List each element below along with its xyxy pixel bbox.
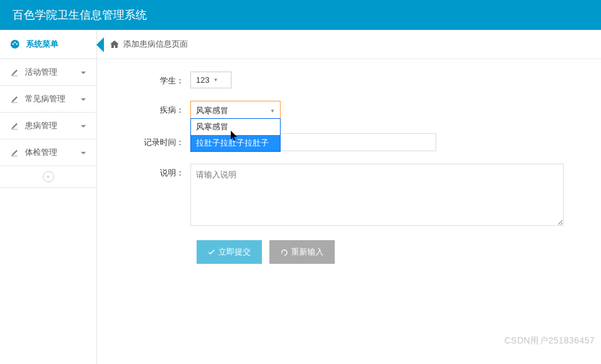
sidebar-menu-header[interactable]: 系统菜单: [0, 30, 96, 59]
sidebar-item-physical-exam[interactable]: 体检管理: [0, 139, 96, 166]
form-row-student: 学生： 123 ▼: [109, 72, 564, 88]
disease-select-value: 风寒感冒: [196, 105, 228, 116]
student-select-value: 123: [196, 75, 210, 85]
caret-down-icon: ▼: [213, 77, 218, 83]
sidebar-item-label: 患病管理: [25, 120, 57, 131]
edit-icon: [10, 67, 19, 77]
chevron-down-icon: [80, 148, 86, 157]
reset-button-label: 重新输入: [291, 246, 324, 258]
caret-down-icon: ▼: [270, 108, 275, 114]
submit-button[interactable]: 立即提交: [197, 240, 262, 264]
sidebar-item-label: 活动管理: [25, 67, 57, 78]
collapse-icon: «: [43, 171, 54, 182]
form-row-disease: 疾病： 风寒感冒 ▼ 风寒感冒 拉肚子拉肚子拉肚子: [109, 101, 564, 121]
sidebar-item-label: 常见病管理: [25, 93, 65, 105]
main-content: 添加患病信息页面 学生： 123 ▼ 疾病： 风寒感冒: [97, 30, 601, 364]
breadcrumb-title: 添加患病信息页面: [123, 39, 188, 50]
edit-icon: [10, 121, 19, 131]
submit-button-label: 立即提交: [218, 246, 251, 258]
edit-icon: [10, 147, 19, 157]
home-icon: [109, 39, 119, 50]
chevron-down-icon: [80, 95, 86, 104]
sidebar-item-illness[interactable]: 患病管理: [0, 113, 96, 139]
form: 学生： 123 ▼ 疾病： 风寒感冒 ▼ 风寒感冒: [97, 59, 601, 276]
sidebar-menu-title: 系统菜单: [26, 39, 58, 50]
edit-icon: [10, 94, 19, 104]
description-label: 说明：: [109, 164, 190, 179]
student-label: 学生：: [109, 72, 190, 86]
chevron-down-icon: [80, 68, 86, 77]
disease-dropdown: 风寒感冒 拉肚子拉肚子拉肚子: [190, 118, 281, 152]
student-select[interactable]: 123 ▼: [190, 72, 231, 88]
reset-button[interactable]: 重新输入: [269, 240, 335, 264]
sidebar: 系统菜单 活动管理 常见病管理: [0, 30, 97, 364]
description-textarea[interactable]: [190, 164, 564, 226]
sidebar-item-common-disease[interactable]: 常见病管理: [0, 86, 96, 113]
footer: 百色学院卫生信息管理系统: [97, 351, 601, 364]
refresh-icon: [281, 248, 288, 257]
disease-option-1[interactable]: 拉肚子拉肚子拉肚子: [191, 135, 280, 151]
app-title: 百色学院卫生信息管理系统: [12, 9, 147, 21]
record-time-label: 记录时间：: [109, 133, 190, 148]
breadcrumb: 添加患病信息页面: [97, 30, 601, 59]
check-icon: [208, 248, 215, 257]
active-menu-arrow: [96, 37, 104, 52]
form-buttons: 立即提交 重新输入: [197, 240, 564, 264]
sidebar-item-activity[interactable]: 活动管理: [0, 59, 96, 86]
form-row-description: 说明：: [109, 164, 564, 228]
sidebar-collapse-button[interactable]: «: [0, 166, 96, 188]
disease-label: 疾病：: [109, 101, 190, 116]
chevron-down-icon: [80, 121, 86, 131]
sidebar-item-label: 体检管理: [25, 147, 57, 158]
dashboard-icon: [10, 39, 20, 50]
disease-option-0[interactable]: 风寒感冒: [191, 119, 280, 135]
form-row-record-time: 记录时间：: [109, 133, 564, 151]
app-header: 百色学院卫生信息管理系统: [0, 0, 601, 30]
